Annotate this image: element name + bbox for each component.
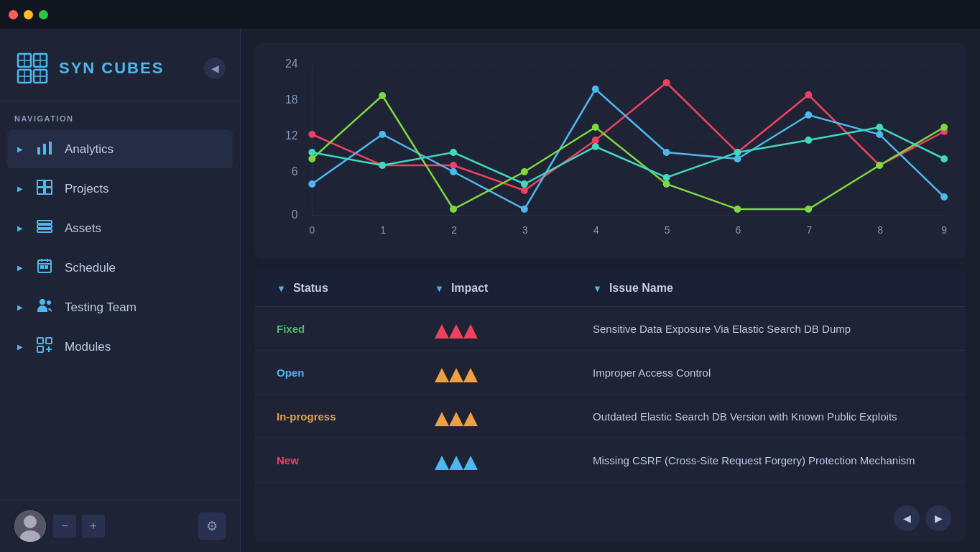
svg-point-80 (521, 168, 528, 175)
svg-point-89 (450, 149, 457, 156)
back-button[interactable]: ◀ (204, 58, 226, 79)
svg-point-61 (592, 137, 599, 144)
th-issue-name[interactable]: ▼ Issue Name (586, 270, 951, 306)
titlebar (0, 0, 980, 29)
sidebar-item-testing-team[interactable]: ▶ Testing Team (7, 288, 233, 326)
issue-cell-3: Outdated Elastic Search DB Version with … (586, 399, 951, 434)
svg-point-81 (592, 124, 599, 131)
svg-text:18: 18 (285, 93, 298, 106)
svg-text:1: 1 (380, 224, 386, 236)
svg-rect-27 (45, 266, 47, 268)
table-container: ▼ Status ▼ Impact ▼ Issue Name Fixed (255, 270, 966, 541)
svg-marker-99 (463, 324, 478, 339)
impact-cell-4 (427, 438, 586, 482)
prev-page-button[interactable]: ◀ (894, 505, 920, 531)
svg-rect-17 (37, 188, 44, 194)
gear-button[interactable]: ⚙ (198, 512, 226, 540)
close-dot[interactable] (9, 10, 18, 19)
svg-rect-26 (41, 266, 43, 268)
svg-rect-18 (45, 188, 52, 194)
nav-arrow-projects: ▶ (17, 185, 23, 193)
svg-point-94 (805, 137, 812, 144)
svg-point-91 (592, 143, 599, 150)
maximize-dot[interactable] (39, 10, 48, 19)
svg-point-59 (450, 162, 457, 169)
svg-point-93 (734, 149, 741, 156)
svg-point-83 (734, 206, 741, 213)
svg-text:8: 8 (877, 224, 883, 236)
logo-area: SYN CUBES ◀ (0, 43, 240, 101)
issue-cell-4: Missing CSRF (Cross-Site Request Forgery… (586, 443, 951, 478)
sidebar-item-label-testing-team: Testing Team (65, 300, 137, 315)
svg-rect-12 (37, 147, 40, 155)
svg-point-86 (940, 124, 948, 131)
minus-button[interactable]: − (53, 515, 76, 538)
chart-area: 24 18 12 6 0 0 1 2 3 4 5 6 7 8 9 (269, 58, 951, 244)
sidebar-item-assets[interactable]: ▶ Assets (7, 209, 233, 247)
nav-label: NAVIGATION (0, 101, 240, 130)
analytics-icon (34, 139, 55, 160)
next-page-button[interactable]: ▶ (925, 505, 951, 531)
svg-point-62 (663, 79, 670, 86)
sidebar-item-label-assets: Assets (65, 221, 101, 236)
sidebar-item-label-modules: Modules (65, 340, 111, 354)
svg-rect-21 (37, 229, 52, 232)
nav-arrow-assets: ▶ (17, 224, 23, 232)
th-issue-label: Issue Name (609, 282, 673, 295)
svg-text:6: 6 (736, 224, 741, 236)
svg-text:4: 4 (593, 224, 599, 236)
svg-rect-31 (46, 338, 52, 344)
svg-marker-105 (463, 412, 478, 426)
svg-point-90 (521, 180, 528, 188)
th-impact-label: Impact (451, 282, 489, 295)
sidebar-item-analytics[interactable]: ▶ Analytics (7, 130, 233, 168)
svg-marker-104 (449, 412, 463, 426)
svg-point-84 (805, 206, 812, 213)
table-row: Fixed Sensitive Data Exposure Via Elasti… (255, 307, 966, 351)
minimize-dot[interactable] (24, 10, 33, 19)
svg-point-96 (940, 155, 948, 162)
svg-point-76 (940, 193, 948, 201)
impact-cell-2 (427, 351, 586, 394)
svg-point-67 (308, 180, 315, 188)
pagination: ◀ ▶ (894, 505, 951, 531)
impact-cell-1 (427, 307, 586, 350)
svg-point-73 (734, 155, 741, 162)
svg-text:5: 5 (665, 224, 670, 236)
projects-icon (34, 178, 55, 199)
assets-icon (34, 218, 55, 239)
svg-rect-32 (37, 346, 43, 352)
svg-text:12: 12 (285, 129, 298, 142)
svg-marker-102 (463, 368, 478, 382)
sidebar-item-modules[interactable]: ▶ Modules (7, 328, 233, 366)
svg-point-34 (24, 515, 37, 528)
th-impact[interactable]: ▼ Impact (427, 270, 586, 306)
impact-icons-1 (435, 318, 578, 339)
sidebar-footer: − + ⚙ (0, 500, 240, 552)
footer-buttons: − + (53, 515, 105, 538)
chart-container: 24 18 12 6 0 0 1 2 3 4 5 6 7 8 9 (255, 43, 966, 259)
status-cell-2: Open (269, 355, 427, 390)
svg-rect-15 (37, 180, 44, 187)
status-cell-3: In-progress (269, 399, 427, 434)
nav-arrow-schedule: ▶ (17, 264, 23, 272)
sidebar-item-projects[interactable]: ▶ Projects (7, 170, 233, 208)
svg-marker-101 (449, 368, 463, 382)
svg-text:7: 7 (806, 224, 812, 236)
sidebar: SYN CUBES ◀ NAVIGATION ▶ Analytics ▶ (0, 29, 241, 552)
svg-point-74 (805, 111, 812, 119)
svg-rect-30 (37, 338, 43, 344)
modules-icon (34, 336, 55, 357)
svg-point-82 (663, 180, 670, 188)
impact-cell-3 (427, 395, 586, 438)
sidebar-item-label-schedule: Schedule (65, 261, 116, 275)
th-status[interactable]: ▼ Status (269, 270, 427, 306)
sort-icon-issue: ▼ (593, 283, 602, 294)
sidebar-item-schedule[interactable]: ▶ Schedule (7, 249, 233, 287)
nav-arrow-analytics: ▶ (17, 145, 23, 153)
plus-button[interactable]: + (82, 515, 105, 538)
svg-marker-97 (435, 324, 449, 339)
sidebar-item-label-analytics: Analytics (65, 142, 114, 157)
nav-items: ▶ Analytics ▶ Projects ▶ (0, 130, 240, 366)
svg-point-68 (379, 131, 386, 138)
